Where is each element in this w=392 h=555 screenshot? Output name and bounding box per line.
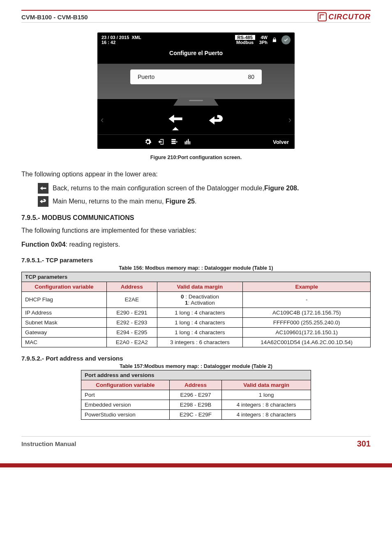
device-screenshot: 23 / 03 / 2015 XML 16 : 42 RS-485 Modbus… [97,32,295,149]
brand-logo: CIRCUTOR [318,12,371,21]
port-field-label: Puerto [138,74,154,80]
table-row: PowerStudio versionE29C - E29F4 integers… [81,409,311,419]
login-icon[interactable] [157,138,165,146]
brand-name: CIRCUTOR [328,13,371,21]
footer-manual: Instruction Manual [21,440,76,447]
gear-icon[interactable] [144,138,152,146]
page-indicator-icon [172,127,179,130]
section-modbus-heading: 7.9.5.- MODBUS COMMUNICATIONS [21,214,371,222]
back-button[interactable] [166,111,185,127]
table-157-caption: Table 157:Modbus memory map: : Datalogge… [21,363,371,369]
back-mini-icon [38,183,48,194]
modbus-label: Modbus [235,40,255,45]
wiring-4w: 4W [259,35,267,40]
return-button[interactable]: Volver [273,139,289,145]
table-156-category: TCP parameters [22,272,371,282]
main-menu-mini-icon [38,196,48,207]
table-header: Configuration variable [22,282,107,291]
port-field[interactable]: Puerto 80 [130,69,262,84]
figure-caption: Figure 210:Port configuration screen. [21,155,371,160]
port-field-value: 80 [248,74,254,80]
device-xml-badge: XML [131,35,141,40]
chevron-right-icon[interactable]: › [288,115,291,125]
arrow-left-icon [39,185,47,192]
table-row: IP AddressE290 - E2911 long : 4 characte… [22,308,371,317]
chevron-left-icon[interactable]: ‹ [101,115,104,125]
check-icon [281,35,291,44]
table-header: Example [243,282,371,291]
list-icon[interactable] [171,138,178,146]
device-date: 23 / 03 / 2015 [101,35,129,40]
main-menu-button[interactable] [207,112,226,129]
table-156-caption: Table 156: Modbus memory map: : Datalogg… [21,265,371,271]
rs485-badge: RS-485 [235,35,255,40]
table-header: Address [106,282,157,291]
table-header: Configuration variable [81,380,170,390]
table-header: Address [169,380,221,390]
device-time: 16 : 42 [101,40,115,45]
table-157: Port address and versions Configuration … [81,370,311,420]
return-arrow-icon [208,113,225,127]
return-arrow-icon [39,198,47,205]
table-row: Embedded versionE298 - E29B4 integers : … [81,400,311,409]
intro-paragraph: The following options appear in the lowe… [21,169,371,179]
levels-icon[interactable] [184,138,191,146]
main-menu-description: Main Menu, returns to the main menu, Fig… [53,198,196,205]
table-row: GatewayE294 - E2951 long : 4 charactersA… [22,327,371,337]
table-row: Subnet MaskE292 - E2931 long : 4 charact… [22,317,371,327]
modbus-paragraph-2: Function 0x04: reading registers. [21,240,371,249]
wiring-3ph: 3Ph [259,40,267,45]
table-header: Valid data margin [222,380,311,390]
footer-page-number: 301 [357,439,371,449]
table-157-category: Port address and versions [81,370,311,380]
lock-icon [272,37,277,43]
table-row: MACE2A0 - E2A23 integers : 6 characters1… [22,337,371,347]
modbus-paragraph-1: The following functions are implemented … [21,226,371,235]
drawer-handle-icon[interactable] [173,97,219,106]
subsection-port-heading: 7.9.5.2.- Port address and versions [21,355,371,362]
table-header: Valid data margin [157,282,243,291]
device-screen-title: Configure el Puerto [97,46,295,64]
table-row: DHCP FlagE2AE0 : Deactivation1: Activati… [22,291,371,308]
arrow-left-icon [167,113,184,125]
back-description: Back, returns to the main configuration … [53,185,299,192]
table-156: TCP parameters Configuration variableAdd… [21,272,371,347]
footer-red-bar [0,463,392,467]
table-row: PortE296 - E2971 long [81,390,311,400]
subsection-tcp-heading: 7.9.5.1.- TCP parameters [21,257,371,264]
brand-logo-icon [318,12,327,21]
doc-title: CVM-B100 - CVM-B150 [21,14,88,21]
